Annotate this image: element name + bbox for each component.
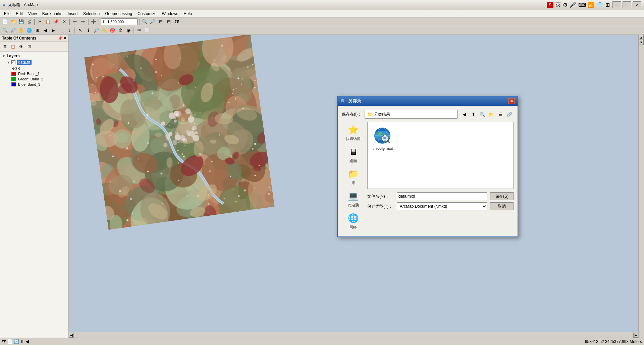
toc-list-view[interactable]: ☰: [1, 43, 9, 50]
dialog-main-area: classify.mxd 文件名(N)： 保存(S) 保存类型(T)：: [367, 122, 514, 232]
statusbar-icons: 🗺 📄 🔄 ⏸ ◀: [2, 339, 29, 344]
maximize-button[interactable]: □: [623, 1, 631, 8]
map-scrollbar-right[interactable]: ▲ ▼: [638, 35, 644, 338]
sidebar-network[interactable]: 🌐 网络: [342, 212, 365, 231]
mic-icon: 🎤: [570, 2, 576, 8]
full-extent2[interactable]: ⊞: [34, 27, 41, 34]
nav-back-button[interactable]: ◀: [460, 110, 468, 118]
rotate-map[interactable]: ↕: [66, 27, 73, 34]
layer-name: data.tif: [17, 60, 32, 65]
scale-box[interactable]: 1 : 1,500,000: [101, 18, 138, 25]
save-dialog: 🔍 另存为 ✕ 保存在(I)： 📁 分类结果 ◀ ⬆ 🔍: [337, 96, 518, 237]
close-button[interactable]: ✕: [633, 1, 641, 8]
scene-icon[interactable]: 🔄: [14, 339, 19, 344]
pan-button[interactable]: ✋: [17, 27, 25, 34]
sep3: [88, 19, 89, 25]
paste-button[interactable]: 📌: [52, 18, 60, 25]
zoom-in-tool[interactable]: 🔍: [141, 18, 148, 25]
measure-button[interactable]: 📏: [101, 27, 108, 34]
layout-view-icon[interactable]: 📄: [7, 339, 13, 344]
menu-edit[interactable]: Edit: [13, 11, 25, 17]
toc-header: Table Of Contents 📌 ✕: [0, 35, 68, 42]
cut-button[interactable]: ✂: [36, 18, 44, 25]
sidebar-library[interactable]: 📁 库: [342, 167, 365, 187]
copy-button[interactable]: 📋: [44, 18, 52, 25]
menu-file[interactable]: File: [1, 11, 13, 17]
quick-access-icon: ⭐: [348, 125, 359, 135]
menu-customize[interactable]: Customize: [135, 11, 159, 17]
sidebar-quick-access[interactable]: ⭐ 快速访问: [342, 123, 365, 143]
save-button[interactable]: 💾: [17, 18, 25, 25]
filetype-select[interactable]: ArcMap Document (*.mxd): [397, 202, 487, 210]
menu-view[interactable]: View: [25, 11, 40, 17]
app-title: 无标题 - ArcMap: [8, 2, 38, 8]
prev-extent-icon[interactable]: ◀: [25, 339, 29, 344]
zoom-out-tool[interactable]: 🔎: [149, 18, 156, 25]
scroll-right-btn[interactable]: ▶: [633, 333, 638, 338]
cancel-button[interactable]: 取消: [490, 202, 514, 210]
nav-connect-button[interactable]: 🔗: [505, 110, 514, 118]
minimize-button[interactable]: —: [612, 1, 621, 8]
layout-view-button[interactable]: 🗺: [173, 18, 180, 25]
render-button[interactable]: ◉: [125, 27, 132, 34]
layer-checkbox[interactable]: ✓: [11, 60, 15, 64]
sidebar-computer[interactable]: 💻 此电脑: [342, 190, 365, 209]
zoom-prev[interactable]: ◀: [42, 27, 49, 34]
data-view-icon[interactable]: 🗺: [2, 339, 6, 344]
pause-icon[interactable]: ⏸: [20, 339, 24, 344]
toc-sel-view[interactable]: ☑: [25, 43, 33, 50]
window-controls[interactable]: — □ ✕: [612, 1, 641, 8]
menu-geoprocessing[interactable]: Geoprocessing: [102, 11, 135, 17]
select-features[interactable]: ↖: [76, 27, 84, 34]
dialog-location-dropdown[interactable]: 📁 分类结果: [365, 110, 458, 119]
toc-vis-view[interactable]: 👁: [17, 43, 25, 50]
file-item-classify[interactable]: classify.mxd: [372, 126, 393, 151]
create-viewer[interactable]: 👁: [136, 27, 143, 34]
save-button[interactable]: 保存(S): [490, 192, 514, 200]
menu-insert[interactable]: Insert: [65, 11, 80, 17]
menu-bookmarks[interactable]: Bookmarks: [40, 11, 65, 17]
nav-new-folder-button[interactable]: 📁: [487, 110, 495, 118]
nav-up-button[interactable]: ⬆: [469, 110, 477, 118]
nav-search-button[interactable]: 🔍: [478, 110, 486, 118]
redo-button[interactable]: ↪: [79, 18, 87, 25]
menu-help[interactable]: Help: [181, 11, 195, 17]
scroll-up-btn[interactable]: ▲: [639, 35, 644, 40]
add-data-button[interactable]: ➕: [90, 18, 97, 25]
zoom-next[interactable]: ▶: [50, 27, 57, 34]
nav-view-button[interactable]: ☰: [496, 110, 504, 118]
layers-expand-btn[interactable]: ▼: [2, 54, 5, 58]
svg-point-6: [383, 137, 386, 139]
undo-button[interactable]: ↩: [71, 18, 78, 25]
filename-input[interactable]: [397, 192, 487, 200]
go-to-xy[interactable]: 🎯: [109, 27, 116, 34]
time-slider[interactable]: ⏱: [117, 27, 124, 34]
full-extent-button[interactable]: ⊞: [157, 18, 164, 25]
network-icon: 🌐: [348, 213, 359, 223]
globe-button[interactable]: 🌐: [25, 27, 33, 34]
open-button[interactable]: 📂: [9, 18, 17, 25]
print-button[interactable]: 🖨: [25, 18, 33, 25]
bottom-scrollbar[interactable]: ◀ ▶: [69, 332, 638, 338]
menu-selection[interactable]: Selection: [80, 11, 102, 17]
identify-button[interactable]: ℹ: [85, 27, 92, 34]
map-area[interactable]: ▲ ▼ ◀ ▶ 🔍 另存为 ✕ 保存在(I)：: [69, 35, 644, 338]
layer-expand-btn[interactable]: ▼: [7, 61, 10, 64]
zoom-out2[interactable]: 🔎: [9, 27, 17, 34]
map-extent-button[interactable]: ⊟: [165, 18, 172, 25]
new-button[interactable]: 📄: [1, 18, 9, 25]
red-swatch: [11, 72, 16, 76]
scroll-down-btn[interactable]: ▼: [639, 40, 644, 45]
find-button[interactable]: 🔎: [93, 27, 100, 34]
scroll-left-btn[interactable]: ◀: [69, 333, 74, 338]
delete-button[interactable]: ✕: [60, 18, 68, 25]
toc-pin-icon[interactable]: 📌: [58, 36, 62, 41]
menu-windows[interactable]: Windows: [159, 11, 181, 17]
toc-source-view[interactable]: 📋: [9, 43, 17, 50]
dialog-close-button[interactable]: ✕: [508, 98, 515, 104]
zoom-in2[interactable]: 🔍: [1, 27, 9, 34]
sidebar-desktop[interactable]: 🖥 桌面: [342, 145, 365, 165]
select-elem[interactable]: ⬚: [58, 27, 65, 34]
magnifier[interactable]: ⬜: [144, 27, 151, 34]
toc-close-icon[interactable]: ✕: [63, 36, 66, 41]
